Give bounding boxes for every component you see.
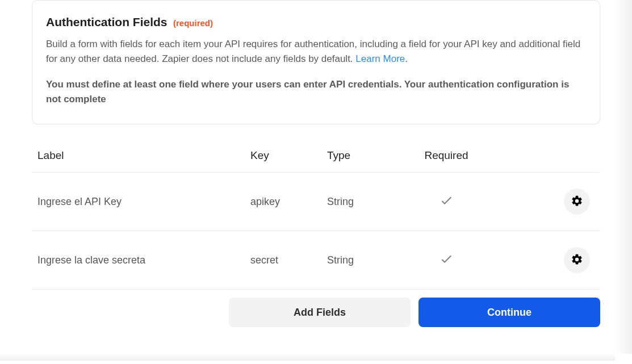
header-label: Label	[37, 149, 250, 162]
panel-title: Authentication Fields	[46, 15, 168, 28]
auth-fields-panel: Authentication Fields (required) Build a…	[32, 0, 600, 124]
table-header-row: Label Key Type Required	[32, 141, 600, 173]
cell-required	[401, 194, 492, 210]
bottom-shadow-decoration	[0, 354, 615, 361]
panel-description: Build a form with fields for each item y…	[46, 37, 586, 67]
header-key: Key	[250, 149, 327, 162]
row-settings-button[interactable]	[564, 247, 590, 273]
panel-description-post: .	[405, 53, 408, 64]
continue-button[interactable]: Continue	[418, 298, 600, 327]
cell-type: String	[327, 254, 401, 266]
table-row: Ingrese la clave secreta secret String	[32, 231, 600, 290]
required-badge: (required)	[173, 18, 213, 28]
check-icon	[440, 252, 453, 266]
check-icon	[440, 194, 453, 207]
cell-key: apikey	[250, 196, 327, 208]
auth-fields-table: Label Key Type Required Ingrese el API K…	[32, 141, 600, 290]
panel-warning: You must define at least one field where…	[46, 77, 586, 107]
header-type: Type	[327, 149, 401, 162]
button-row: Add Fields Continue	[32, 298, 600, 327]
panel-description-text: Build a form with fields for each item y…	[46, 39, 580, 64]
cell-key: secret	[250, 254, 327, 266]
cell-label: Ingrese la clave secreta	[37, 254, 250, 266]
cell-required	[401, 252, 492, 269]
gear-icon	[571, 253, 583, 267]
cell-type: String	[327, 196, 401, 208]
add-fields-button[interactable]: Add Fields	[229, 298, 411, 327]
cell-label: Ingrese el API Key	[37, 196, 250, 208]
table-row: Ingrese el API Key apikey String	[32, 173, 600, 231]
row-settings-button[interactable]	[564, 189, 590, 215]
header-required: Required	[401, 149, 492, 162]
gear-icon	[571, 195, 583, 209]
learn-more-link[interactable]: Learn More	[355, 53, 405, 64]
